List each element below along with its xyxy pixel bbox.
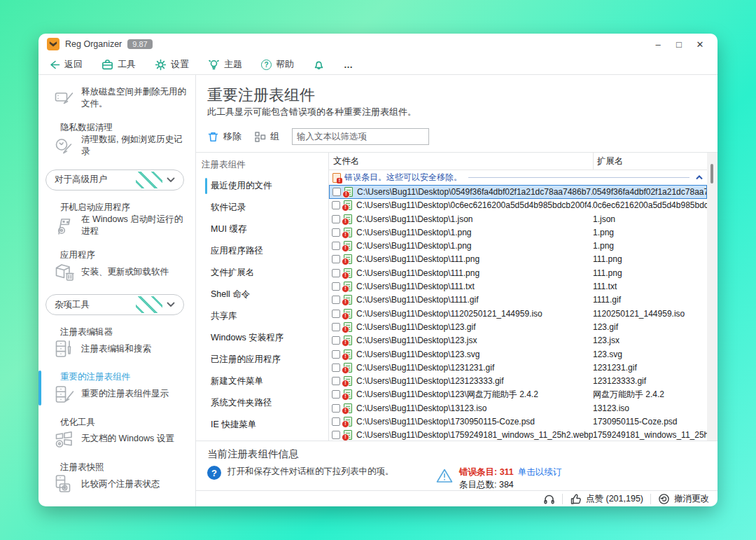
error-group-header[interactable]: 错误条目。这些可以安全移除。 xyxy=(329,170,707,185)
maximize-button[interactable]: □ xyxy=(668,36,690,53)
table-row[interactable]: C:\Users\Bug11\Desktop\111.txt111.txt xyxy=(329,279,707,293)
row-checkbox[interactable] xyxy=(332,296,340,304)
sidebar-item-registry-editor[interactable]: 注册表编辑器 注册表编辑和搜索 xyxy=(48,326,190,359)
sidebar-item-registry-snapshots[interactable]: 注册表快照 比较两个注册表状态 xyxy=(48,462,190,494)
row-checkbox[interactable] xyxy=(332,417,340,426)
table-row[interactable]: C:\Users\Bug11\Desktop\1231231.gif123123… xyxy=(329,361,707,374)
filter-input[interactable] xyxy=(292,128,429,145)
table-row[interactable]: C:\Users\Bug11\Desktop\1111.gif1111.gif xyxy=(329,293,707,307)
table-row[interactable]: C:\Users\Bug11\Desktop\123.svg123.svg xyxy=(329,347,707,361)
sidebar-group-advanced-users[interactable]: 对于高级用户 xyxy=(46,169,184,191)
row-checkbox[interactable] xyxy=(332,242,340,250)
row-checkbox[interactable] xyxy=(332,282,340,291)
component-item-system-folder-paths[interactable]: 系统文件夹路径 xyxy=(196,392,328,414)
row-checkbox[interactable] xyxy=(332,350,340,359)
table-row[interactable]: C:\Users\Bug11\Desktop\123\网盘万能助手 2.4.2网… xyxy=(329,388,707,401)
renew-link[interactable]: 单击以续订 xyxy=(518,467,562,477)
component-item-ie-context-menu[interactable]: IE 快捷菜单 xyxy=(196,414,328,436)
separator xyxy=(562,494,563,504)
component-item-file-extensions[interactable]: 文件扩展名 xyxy=(196,262,328,284)
row-checkbox[interactable] xyxy=(332,188,341,196)
row-checkbox[interactable] xyxy=(332,201,340,209)
like-button[interactable]: 点赞 (201,195) xyxy=(570,493,643,505)
notifications-button[interactable] xyxy=(313,59,325,71)
file-error-icon xyxy=(344,309,352,319)
applications-icon xyxy=(53,261,76,282)
row-checkbox[interactable] xyxy=(332,228,340,237)
sidebar-item-optimization[interactable]: 优化工具 无文档的 Windows 设置 xyxy=(48,417,190,450)
sidebar-group-misc-tools[interactable]: 杂项工具 xyxy=(46,294,184,315)
row-extension: 111.png xyxy=(593,268,707,278)
group-label: 组 xyxy=(270,130,279,143)
row-checkbox[interactable] xyxy=(332,364,340,372)
vertical-scrollbar[interactable] xyxy=(707,153,718,441)
row-checkbox[interactable] xyxy=(332,377,340,385)
component-item-software-records[interactable]: 软件记录 xyxy=(196,197,328,219)
table-row[interactable]: C:\Users\Bug11\Desktop\1.json1.json xyxy=(329,212,707,226)
table-row[interactable]: C:\Users\Bug11\Desktop\0c6ec6216200a5d5d… xyxy=(329,199,707,212)
table-row[interactable]: C:\Users\Bug11\Desktop\111.png111.png xyxy=(329,253,707,266)
component-item-shell-commands[interactable]: Shell 命令 xyxy=(196,284,328,305)
undo-icon xyxy=(658,493,670,505)
group-button[interactable]: 组 xyxy=(254,130,279,143)
row-checkbox[interactable] xyxy=(332,404,340,413)
minimize-button[interactable]: – xyxy=(648,36,668,53)
table-row[interactable]: C:\Users\Bug11\Desktop\123.jsx123.jsx xyxy=(329,334,707,347)
row-checkbox[interactable] xyxy=(332,390,340,399)
sidebar-item-applications[interactable]: 应用程序 安装、更新或卸载软件 xyxy=(48,249,190,282)
component-item-windows-installer[interactable]: Windows 安装程序 xyxy=(196,327,328,349)
close-button[interactable]: ✕ xyxy=(690,36,710,53)
row-filename: C:\Users\Bug11\Desktop\1231231.gif xyxy=(356,363,593,373)
table-row[interactable]: C:\Users\Bug11\Desktop\13123.iso13123.is… xyxy=(329,401,707,415)
table-row[interactable]: C:\Users\Bug11\Desktop\111.png111.png xyxy=(329,266,707,279)
component-item-recent-files[interactable]: 最近使用的文件 xyxy=(196,175,328,197)
back-button[interactable]: 返回 xyxy=(48,58,83,71)
table-row[interactable]: C:\Users\Bug11\Desktop\0549f36fa4dbf02f1… xyxy=(329,185,707,198)
tool-desc: 在 Windows 启动时运行的进程 xyxy=(81,214,188,237)
sidebar-item-disk-cleanup[interactable]: 释放磁盘空间并删除无用的文件。 xyxy=(48,86,190,110)
row-checkbox[interactable] xyxy=(332,323,340,331)
table-row[interactable]: C:\Users\Bug11\Desktop\1730950115-Coze.p… xyxy=(329,415,707,428)
total-count: 条目总数: 384 xyxy=(459,480,514,490)
component-item-new-file-menu[interactable]: 新建文件菜单 xyxy=(196,371,328,392)
component-item-app-paths[interactable]: 应用程序路径 xyxy=(196,240,328,262)
table-row[interactable]: C:\Users\Bug11\Desktop\1.png1.png xyxy=(329,239,707,252)
row-checkbox[interactable] xyxy=(332,255,340,263)
table-row[interactable]: C:\Users\Bug11\Desktop\1759249181_window… xyxy=(329,429,707,441)
question-icon: ? xyxy=(261,60,272,70)
column-extension[interactable]: 扩展名 xyxy=(593,153,707,169)
table-row[interactable]: C:\Users\Bug11\Desktop\123.gif123.gif xyxy=(329,320,707,333)
row-checkbox[interactable] xyxy=(332,215,340,223)
tools-menu[interactable]: 工具 xyxy=(102,58,136,71)
file-error-icon xyxy=(344,322,352,332)
component-item-open-with-menu[interactable]: 打开方式菜单 xyxy=(196,436,328,441)
component-item-registered-apps[interactable]: 已注册的应用程序 xyxy=(196,349,328,371)
row-checkbox[interactable] xyxy=(332,431,340,439)
help-menu[interactable]: ? 帮助 xyxy=(261,58,294,71)
row-checkbox[interactable] xyxy=(332,336,340,345)
table-row[interactable]: C:\Users\Bug11\Desktop\1120250121_144959… xyxy=(329,307,707,320)
registry-editor-icon xyxy=(53,338,76,359)
collapse-chevron-icon[interactable] xyxy=(696,175,703,180)
sidebar-item-important-components[interactable]: 重要的注册表组件 重要的注册表组件显示 xyxy=(48,371,190,404)
theme-menu[interactable]: 主题 xyxy=(208,58,242,71)
undo-changes-button[interactable]: 撤消更改 xyxy=(658,493,709,505)
remove-button[interactable]: 移除 xyxy=(207,130,241,143)
row-checkbox[interactable] xyxy=(332,269,340,277)
component-item-mui-cache[interactable]: MUI 缓存 xyxy=(196,219,328,240)
table-rows: C:\Users\Bug11\Desktop\0549f36fa4dbf02f1… xyxy=(329,185,707,441)
sidebar-item-privacy-cleanup[interactable]: 隐私数据清理 清理数据, 例如浏览历史记录 xyxy=(48,122,190,158)
more-menu[interactable]: … xyxy=(344,60,354,70)
column-filename[interactable]: 文件名 xyxy=(329,155,593,167)
sidebar-item-startup-apps[interactable]: 开机启动应用程序 在 Windows 启动时运行的进程 xyxy=(48,202,190,237)
group-divider-line xyxy=(468,177,690,178)
scrollbar-thumb[interactable] xyxy=(710,164,713,184)
row-checkbox[interactable] xyxy=(332,310,340,318)
settings-menu[interactable]: 设置 xyxy=(155,58,189,71)
component-item-shared-libraries[interactable]: 共享库 xyxy=(196,305,328,327)
table-row[interactable]: C:\Users\Bug11\Desktop\123123333.gif1231… xyxy=(329,374,707,387)
table-row[interactable]: C:\Users\Bug11\Desktop\1.png1.png xyxy=(329,226,707,239)
page-subtitle: 此工具显示可能包含错误项的各种重要注册表组件。 xyxy=(207,106,706,118)
menubar: 返回 工具 设置 主题 ? 帮助 … xyxy=(38,55,718,75)
support-button[interactable] xyxy=(543,493,555,505)
